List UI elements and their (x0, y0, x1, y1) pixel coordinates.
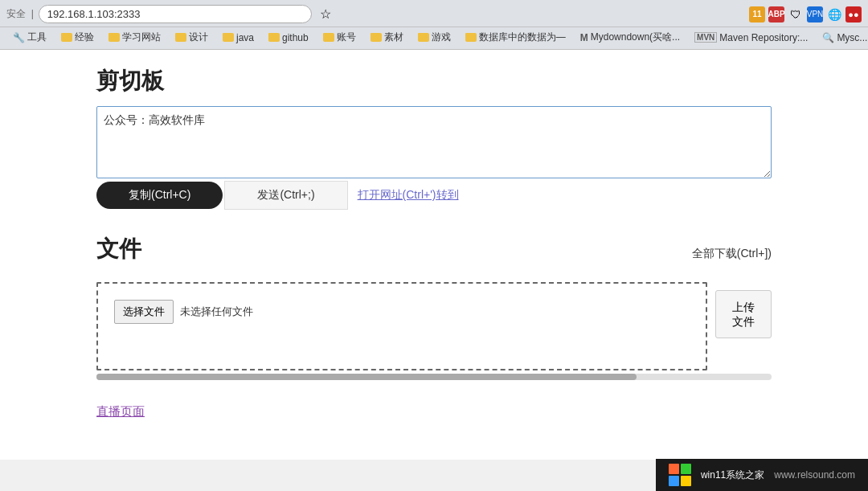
bookmark-label: github (282, 32, 309, 43)
bookmark-label: 账号 (337, 31, 356, 44)
bookmark-game[interactable]: 游戏 (411, 29, 457, 46)
folder-icon (223, 33, 234, 42)
extension-icon-6[interactable]: ●● (845, 6, 862, 23)
extension-icon-1[interactable]: 11 (749, 6, 765, 23)
folder-icon (418, 33, 429, 42)
browser-chrome: 安全 | 192.168.1.103:2333 ☆ 11 ABP 🛡 VPN 🌐… (0, 0, 868, 27)
live-section: 直播页面 (96, 404, 772, 419)
extension-icon-3[interactable]: 🛡 (788, 6, 804, 23)
bookmark-java[interactable]: java (216, 31, 260, 45)
bookmark-learning[interactable]: 学习网站 (102, 29, 167, 46)
folder-icon (465, 33, 477, 42)
browser-icons: 11 ABP 🛡 VPN 🌐 ●● (749, 6, 862, 23)
bookmarks-bar: 🔧 工具 经验 学习网站 设计 java github 账号 素材 游戏 数据库… (0, 27, 868, 50)
bookmark-label: 经验 (75, 31, 94, 44)
folder-icon (61, 33, 72, 42)
bookmark-label: Mysc... (837, 32, 867, 43)
page-content: 剪切板 复制(Ctrl+C) 发送(Ctrl+;) 打开网址(Ctrl+')转到… (0, 50, 868, 460)
bookmark-label: Maven Repository:... (719, 32, 808, 43)
bookmark-icon-search: 🔍 (822, 32, 834, 43)
scrollbar-thumb (96, 374, 637, 380)
clipboard-textarea[interactable] (96, 106, 772, 178)
file-upload-container: 选择文件 未选择任何文件 上传文件 (96, 282, 772, 370)
folder-icon (108, 33, 120, 42)
clipboard-actions: 复制(Ctrl+C) 发送(Ctrl+;) 打开网址(Ctrl+')转到 (96, 181, 772, 210)
copy-button[interactable]: 复制(Ctrl+C) (96, 182, 223, 209)
bookmark-database[interactable]: 数据库中的数据为— (459, 29, 572, 46)
file-drop-zone: 选择文件 未选择任何文件 (96, 282, 707, 370)
extension-icon-4[interactable]: VPN (807, 6, 823, 23)
bookmark-account[interactable]: 账号 (317, 29, 362, 46)
tools-icon: 🔧 (13, 32, 25, 43)
security-label: 安全 | (6, 7, 34, 21)
address-bar[interactable]: 192.168.1.103:2333 (39, 5, 312, 23)
file-input-row: 选择文件 未选择任何文件 (114, 300, 253, 324)
folder-icon (268, 33, 280, 42)
bookmark-label: java (236, 32, 254, 43)
bookmark-label: 学习网站 (122, 31, 161, 44)
bookmark-experience[interactable]: 经验 (55, 29, 100, 46)
bookmark-github[interactable]: github (262, 31, 315, 45)
bookmark-label: 素材 (384, 31, 403, 44)
bookmark-label: Mydowndown(买啥... (591, 31, 680, 44)
extension-icon-5[interactable]: 🌐 (826, 6, 842, 23)
upload-button[interactable]: 上传文件 (715, 290, 772, 338)
send-button[interactable]: 发送(Ctrl+;) (224, 181, 347, 210)
main-area: 剪切板 复制(Ctrl+C) 发送(Ctrl+;) 打开网址(Ctrl+')转到… (72, 50, 796, 460)
horizontal-scrollbar[interactable] (96, 374, 772, 380)
folder-icon (175, 33, 186, 42)
bookmark-design[interactable]: 设计 (169, 29, 215, 46)
extension-icon-2[interactable]: ABP (768, 6, 784, 23)
bottom-overlay: win11系统之家 www.relsound.com (656, 459, 868, 460)
live-link[interactable]: 直播页面 (96, 404, 145, 418)
choose-file-button[interactable]: 选择文件 (114, 300, 174, 324)
folder-icon (323, 33, 334, 42)
address-text: 192.168.1.103:2333 (47, 8, 141, 20)
bookmark-tools[interactable]: 🔧 工具 (6, 29, 53, 46)
no-file-label: 未选择任何文件 (180, 305, 253, 319)
bookmark-label: 设计 (189, 31, 208, 44)
bookmark-label: 游戏 (432, 31, 451, 44)
clipboard-section: 剪切板 复制(Ctrl+C) 发送(Ctrl+;) 打开网址(Ctrl+')转到 (96, 66, 772, 210)
files-section: 文件 全部下载(Ctrl+]) 选择文件 未选择任何文件 上传文件 (96, 234, 772, 380)
bookmark-icon-m: M (580, 32, 588, 43)
files-header: 文件 全部下载(Ctrl+]) (96, 234, 772, 274)
bookmark-material[interactable]: 素材 (364, 29, 410, 46)
clipboard-title: 剪切板 (96, 66, 772, 96)
address-bar-row: 安全 | 192.168.1.103:2333 ☆ 11 ABP 🛡 VPN 🌐… (6, 5, 862, 23)
files-title: 文件 (96, 234, 141, 264)
bookmark-mydowndown[interactable]: M Mydowndown(买啥... (574, 29, 686, 46)
bookmark-icon-mvn: MVN (694, 32, 717, 43)
bookmark-mysc[interactable]: 🔍 Mysc... (816, 31, 868, 45)
bookmark-label: 工具 (27, 31, 47, 44)
star-icon[interactable]: ☆ (320, 6, 331, 22)
folder-icon (371, 33, 382, 42)
download-all-button[interactable]: 全部下载(Ctrl+]) (692, 247, 772, 261)
bookmark-maven[interactable]: MVN Maven Repository:... (688, 31, 814, 45)
open-url-button[interactable]: 打开网址(Ctrl+')转到 (350, 182, 467, 209)
bookmark-label: 数据库中的数据为— (479, 31, 566, 44)
